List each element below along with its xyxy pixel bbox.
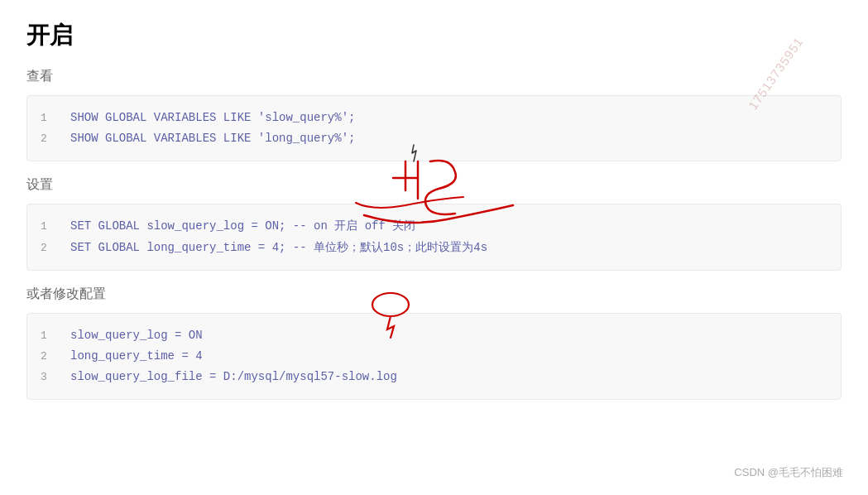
line-num-set-2: 2 (41, 238, 57, 257)
code-text-2: SHOW GLOBAL VARIABLES LIKE 'long_query%'… (70, 128, 355, 149)
line-num-1: 1 (41, 108, 57, 127)
page-title: 开启 (26, 20, 842, 51)
code-text-1: SHOW GLOBAL VARIABLES LIKE 'slow_query%'… (70, 108, 355, 128)
line-num-set-1: 1 (41, 217, 57, 236)
section-label-config: 或者修改配置 (26, 286, 842, 303)
code-line-set-1: 1 SET GLOBAL slow_query_log = ON; -- on … (41, 216, 827, 237)
section-label-set: 设置 (26, 176, 842, 194)
line-num-cfg-1: 1 (41, 326, 57, 345)
section-label-view: 查看 (26, 68, 842, 85)
line-num-cfg-2: 2 (41, 347, 57, 366)
code-line-set-2: 2 SET GLOBAL long_query_time = 4; -- 单位秒… (41, 238, 827, 258)
code-line-cfg-2: 2 long_query_time = 4 (41, 346, 827, 367)
line-num-cfg-3: 3 (41, 368, 57, 387)
line-num-2: 2 (41, 129, 57, 148)
code-line-cfg-3: 3 slow_query_log_file = D:/mysql/mysql57… (41, 367, 827, 387)
code-block-config: 1 slow_query_log = ON 2 long_query_time … (26, 313, 842, 401)
code-text-cfg-3: slow_query_log_file = D:/mysql/mysql57-s… (70, 367, 397, 387)
code-text-cfg-1: slow_query_log = ON (70, 325, 203, 346)
code-line-cfg-1: 1 slow_query_log = ON (41, 325, 827, 346)
code-line-2: 2 SHOW GLOBAL VARIABLES LIKE 'long_query… (41, 128, 827, 149)
code-text-set-1: SET GLOBAL slow_query_log = ON; -- on 开启… (70, 216, 415, 237)
code-text-cfg-2: long_query_time = 4 (70, 346, 203, 367)
csdn-credit: CSDN @毛毛不怕困难 (734, 465, 843, 480)
code-text-set-2: SET GLOBAL long_query_time = 4; -- 单位秒；默… (70, 238, 487, 258)
code-line-1: 1 SHOW GLOBAL VARIABLES LIKE 'slow_query… (41, 108, 827, 128)
code-block-set: 1 SET GLOBAL slow_query_log = ON; -- on … (26, 204, 842, 270)
code-block-view: 1 SHOW GLOBAL VARIABLES LIKE 'slow_query… (26, 95, 842, 161)
